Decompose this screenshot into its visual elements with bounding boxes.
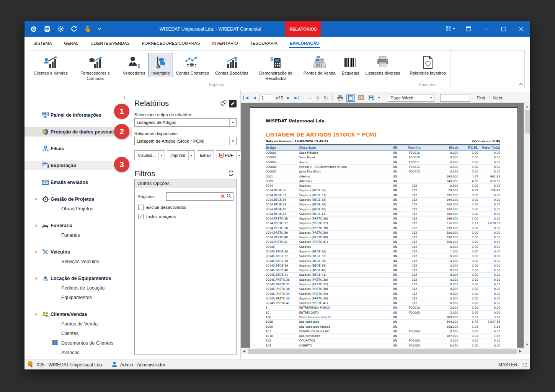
ribbon-item-contas-bancarias[interactable]: $Contas Bancárias [212, 53, 251, 77]
print-split-arrow[interactable]: ▼ [188, 151, 194, 160]
scroll-up-icon[interactable]: ▲ [524, 103, 530, 109]
chevron-down-icon[interactable]: ∨ [35, 250, 38, 254]
find-input[interactable] [440, 94, 470, 102]
ribbon-item-pontos-de-venda[interactable]: Pontos de Venda [300, 53, 339, 77]
excluir-desactivados-checkbox[interactable] [138, 205, 144, 210]
sidebar-item-avencas[interactable]: Avencas [24, 348, 132, 357]
tab-exploracao[interactable]: EXPLORAÇÃO [289, 38, 320, 49]
touch-pointer-icon[interactable] [84, 26, 91, 33]
tab-clientes-vendas[interactable]: CLIENTES/VENDAS [90, 38, 131, 49]
horizontal-scroll-thumb[interactable] [248, 349, 517, 354]
page-setup-icon[interactable] [357, 94, 365, 102]
last-page-icon[interactable]: ▶ [293, 96, 299, 100]
sidebar-item-equipamentos[interactable]: Equipamentos [24, 293, 132, 302]
dropdown-arrow-icon[interactable]: ▼ [229, 119, 236, 126]
ribbon-item-listagens-diversas[interactable]: Listagens diversas [362, 53, 403, 77]
collapse-panel-icon[interactable]: ‹ [123, 94, 125, 100]
chevron-down-icon[interactable] [97, 26, 101, 33]
context-tab-relatorios[interactable]: RELATÓRIOS [285, 21, 321, 37]
checkbox-row-incluir[interactable]: ✓ Incluir imagens [138, 214, 233, 219]
sidebar-item-funerais[interactable]: Funerais [24, 230, 132, 240]
chevron-down-icon[interactable]: ∨ [35, 197, 38, 201]
registos-input[interactable] [166, 192, 233, 201]
sidebar-item-filiais[interactable]: Filiais [24, 144, 132, 153]
tab-fornecedores-compras[interactable]: FORNECEDORES/COMPRAS [141, 38, 201, 49]
tab-sistema[interactable]: SISTEMA [33, 38, 52, 49]
report-type-select[interactable]: Listagens de Artigos ▼ [134, 118, 237, 127]
clear-icon[interactable] [220, 193, 225, 200]
maximize-icon[interactable] [495, 21, 513, 37]
sidebar-item-documentos-de-clientes[interactable]: Documentos de Clientes [24, 338, 132, 348]
zoom-select[interactable]: Page Width ▼ [388, 94, 434, 102]
chevron-down-icon[interactable]: ∨ [35, 276, 38, 280]
scroll-right-icon[interactable]: ▶ [517, 349, 524, 353]
sidebar-item-clientes[interactable]: Clientes [24, 329, 132, 338]
ribbon-collapse-icon[interactable] [519, 81, 523, 87]
ribbon-item-etiquetas[interactable]: Etiquetas [339, 53, 362, 77]
dropdown-arrow-icon[interactable]: ▼ [229, 137, 236, 145]
visualize-button[interactable]: Visualiz...▼ [134, 150, 165, 160]
first-page-icon[interactable]: ◀ [243, 96, 250, 100]
find-link[interactable]: Find [475, 96, 486, 100]
visualize-split-arrow[interactable]: ▼ [158, 151, 165, 160]
ribbon-item-vendedores[interactable]: $Vendedores [120, 53, 149, 77]
sidebar-item-clientes-vendas[interactable]: ∨Clientes/Vendas [24, 309, 132, 319]
tab-inventario[interactable]: INVENTÁRIO [211, 38, 238, 49]
email-button[interactable]: Email [197, 150, 214, 160]
restore-window-icon[interactable] [460, 21, 477, 37]
next-page-icon[interactable]: ▶ [285, 96, 291, 100]
sidebar-item-emails-enviados[interactable]: Emails enviados [24, 177, 132, 187]
checkbox-row-excluir[interactable]: Excluir desactivados [138, 205, 233, 210]
refresh-icon[interactable] [70, 26, 77, 33]
vertical-scrollbar[interactable]: ▲ ▼ [524, 103, 530, 348]
apps-grid-icon[interactable] [442, 21, 460, 37]
refresh-report-icon[interactable]: ↻ [323, 95, 329, 101]
pdf-button[interactable]: A PDF▼ [216, 150, 243, 160]
ribbon-item-clientes-e-vendas[interactable]: Clientes e Vendas [31, 53, 71, 77]
page-number-input[interactable] [260, 94, 274, 101]
ribbon-item-demonstracao-de-resultados[interactable]: $Demonstração de Resultados [251, 53, 300, 83]
scroll-down-icon[interactable]: ▼ [524, 341, 530, 348]
tab-geral[interactable]: GERAL [63, 38, 79, 49]
print-layout-icon[interactable] [346, 94, 355, 102]
sidebar-item-servicos-veiculos[interactable]: Serviços Veículos [24, 257, 132, 266]
incluir-imagens-checkbox[interactable]: ✓ [138, 214, 144, 219]
minimize-icon[interactable] [477, 21, 495, 37]
print-icon[interactable] [336, 94, 344, 102]
sidebar-item-pontos-de-venda[interactable]: Pontos de Venda [24, 319, 132, 329]
horizontal-scrollbar[interactable]: ◀ ▶ [241, 348, 524, 354]
settings-gear-icon[interactable] [57, 26, 64, 33]
close-icon[interactable] [513, 21, 530, 37]
add-favorite-icon[interactable] [219, 100, 227, 107]
back-icon[interactable]: ← [307, 95, 313, 101]
sidebar-item-locacao-de-equipamentos[interactable]: ∨Locação de Equipamentos [24, 273, 132, 283]
ribbon-item-fornecedores-e-compras[interactable]: Fornecedores e Compras [71, 53, 120, 83]
print-button[interactable]: Imprimir▼ [167, 150, 195, 160]
edit-report-icon[interactable] [229, 100, 237, 107]
next-link[interactable]: Next [492, 96, 504, 100]
resize-grip[interactable] [523, 363, 527, 367]
export-dropdown-icon[interactable]: ▼ [377, 96, 380, 99]
report-cell: UN [387, 306, 403, 309]
refresh-filters-icon[interactable] [228, 170, 234, 178]
available-reports-select[interactable]: Listagem de Artigos (Stock * PCM) ▼ [134, 137, 237, 145]
chevron-down-icon[interactable]: ∨ [35, 223, 38, 228]
sidebar-item-funeraria[interactable]: ∨Funerária [24, 221, 132, 230]
sidebar-item-veiculos[interactable]: ∨Veículos [24, 247, 132, 257]
database-icon[interactable] [44, 26, 51, 33]
ribbon-item-contas-correntes[interactable]: $Contas Correntes [173, 53, 212, 77]
sidebar-item-gestao-de-projetos[interactable]: ∨Gestão de Projetos [24, 194, 132, 204]
export-save-icon[interactable] [367, 94, 375, 102]
scroll-left-icon[interactable]: ◀ [241, 349, 247, 353]
sidebar-item-pedidos-de-locacao[interactable]: Pedidos de Locação [24, 283, 132, 293]
tab-tesouraria[interactable]: TESOURARIA [250, 38, 279, 49]
previous-page-icon[interactable]: ◀ [251, 96, 258, 100]
vertical-scroll-thumb[interactable] [525, 110, 530, 133]
cancel-icon[interactable]: ⊗ [315, 95, 321, 101]
ribbon-item-relatorios-favoritos[interactable]: Relatórios favoritos [407, 53, 449, 77]
search-icon[interactable] [227, 193, 232, 200]
chevron-down-icon[interactable]: ∨ [35, 312, 38, 316]
wisedat-logo-icon[interactable]: C [30, 26, 37, 33]
ribbon-item-inventario[interactable]: Inventário [148, 53, 173, 77]
sidebar-item-obras-projetos[interactable]: Obras/Projetos [24, 204, 132, 213]
